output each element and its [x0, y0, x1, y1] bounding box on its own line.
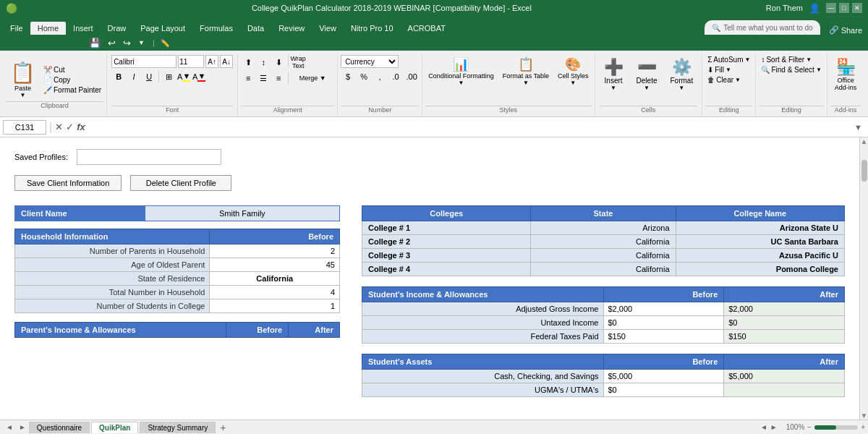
fill-dropdown[interactable]: ▼	[726, 67, 731, 73]
qat-more[interactable]: ▼	[136, 39, 147, 46]
tab-nitro[interactable]: Nitro Pro 10	[344, 22, 401, 35]
client-name-value-cell[interactable]: Smith Family	[145, 206, 339, 221]
maximize-button[interactable]: □	[839, 3, 849, 13]
scrollbar-thumb[interactable]	[861, 160, 867, 182]
zoom-in[interactable]: +	[861, 423, 865, 431]
tab-file[interactable]: File	[3, 22, 30, 35]
find-select-button[interactable]: 🔍 Find & Select ▼	[759, 65, 823, 75]
tab-view[interactable]: View	[312, 22, 344, 35]
hh-row-1-before[interactable]: 45	[210, 258, 340, 272]
tab-acrobat[interactable]: ACROBAT	[401, 22, 453, 35]
confirm-formula-icon[interactable]: ✓	[66, 122, 74, 132]
autosum-dropdown[interactable]: ▼	[744, 56, 750, 63]
font-size-input[interactable]	[178, 55, 204, 68]
saved-profiles-input[interactable]	[77, 149, 221, 165]
percent-button[interactable]: %	[357, 69, 371, 84]
align-left[interactable]: ≡	[241, 71, 255, 85]
find-dropdown[interactable]: ▼	[816, 67, 822, 73]
insert-dropdown[interactable]: ▼	[610, 85, 616, 91]
close-button[interactable]: ✕	[852, 3, 862, 13]
align-center[interactable]: ☰	[256, 71, 271, 85]
sheet-tab-quikplan[interactable]: QuikPlan	[91, 422, 138, 433]
office-addins-button[interactable]: 🏪 Office Add-ins	[830, 55, 861, 94]
clear-dropdown[interactable]: ▼	[735, 77, 741, 83]
tab-insert[interactable]: Insert	[66, 22, 101, 35]
scroll-down-arrow[interactable]: ▼	[861, 412, 868, 420]
paste-dropdown-icon[interactable]: ▼	[20, 92, 26, 98]
untaxed-before[interactable]: $0	[603, 316, 724, 330]
delete-dropdown[interactable]: ▼	[644, 85, 650, 91]
agi-before[interactable]: $2,000	[603, 302, 724, 316]
increase-decimal[interactable]: .00	[404, 69, 419, 84]
font-name-input[interactable]	[111, 55, 176, 68]
tab-home[interactable]: Home	[30, 22, 66, 35]
sort-dropdown[interactable]: ▼	[806, 56, 812, 63]
customize-qat[interactable]: ✏️	[161, 39, 169, 47]
format-button[interactable]: ⚙️ Format ▼	[665, 55, 697, 104]
tab-review[interactable]: Review	[271, 22, 312, 35]
zoom-out[interactable]: −	[807, 423, 812, 431]
fill-button[interactable]: ⬇ Fill ▼	[705, 65, 752, 75]
insert-function-icon[interactable]: fx	[77, 122, 85, 132]
window-controls[interactable]: — □ ✕	[826, 3, 862, 13]
insert-button[interactable]: ➕ Insert ▼	[600, 55, 628, 104]
tab-formulas[interactable]: Formulas	[192, 22, 240, 35]
clear-button[interactable]: 🗑 Clear ▼	[705, 75, 752, 85]
college-1-state[interactable]: Arizona	[531, 221, 676, 235]
conditional-dropdown[interactable]: ▼	[458, 80, 464, 86]
tab-nav-next[interactable]: ►	[16, 423, 29, 431]
hh-row-4-before[interactable]: 1	[210, 299, 340, 313]
cash-before[interactable]: $5,000	[603, 370, 724, 383]
hh-row-0-before[interactable]: 2	[210, 244, 340, 258]
cancel-formula-icon[interactable]: ✕	[55, 122, 63, 132]
align-bottom[interactable]: ⬇	[271, 55, 286, 69]
college-2-name[interactable]: UC Santa Barbara	[676, 235, 844, 249]
search-bar[interactable]: 🔍 Tell me what you want to do	[705, 20, 820, 35]
comma-button[interactable]: ,	[373, 69, 387, 84]
scroll-sheets-right[interactable]: ►	[770, 423, 778, 431]
college-3-name[interactable]: Azusa Pacific U	[676, 249, 844, 263]
delete-button[interactable]: ➖ Delete ▼	[632, 55, 662, 104]
minimize-button[interactable]: —	[826, 3, 836, 13]
italic-button[interactable]: I	[127, 69, 141, 84]
taxes-before[interactable]: $150	[603, 330, 724, 344]
table-dropdown[interactable]: ▼	[523, 80, 529, 86]
tab-page-layout[interactable]: Page Layout	[133, 22, 192, 35]
scroll-up-arrow[interactable]: ▲	[861, 137, 868, 145]
tab-nav-prev[interactable]: ◄	[3, 423, 16, 431]
qat-save[interactable]: 💾	[87, 38, 103, 48]
wrap-text-button[interactable]: Wrap Text	[291, 55, 305, 69]
ugma-before[interactable]: $0	[603, 383, 724, 397]
font-color-button[interactable]: A▼	[192, 69, 206, 84]
vertical-scrollbar[interactable]: ▲ ▼	[859, 137, 868, 420]
merge-center-button[interactable]: Merge ▼	[291, 71, 334, 85]
cell-styles-button[interactable]: 🎨 Cell Styles ▼	[555, 55, 592, 88]
college-4-name[interactable]: Pomona College	[676, 263, 844, 276]
decrease-font-size[interactable]: A↓	[220, 55, 233, 68]
align-right[interactable]: ≡	[271, 71, 286, 85]
untaxed-after[interactable]: $0	[724, 316, 845, 330]
taxes-after[interactable]: $150	[724, 330, 845, 344]
fill-color-button[interactable]: A▼	[176, 69, 191, 84]
hh-row-2-before[interactable]: California	[210, 272, 340, 286]
cut-button[interactable]: ✂️ Cut	[41, 65, 103, 75]
paste-button[interactable]: 📋 Paste ▼	[6, 59, 40, 100]
sheet-tab-strategy[interactable]: Strategy Summary	[140, 422, 216, 433]
qat-redo[interactable]: ↪	[121, 38, 133, 48]
college-4-state[interactable]: California	[531, 263, 676, 276]
delete-client-button[interactable]: Delete Client Profile	[130, 175, 231, 191]
ugma-after[interactable]	[724, 383, 845, 397]
border-button[interactable]: ⊞	[161, 69, 176, 84]
qat-undo[interactable]: ↩	[106, 38, 118, 48]
college-2-state[interactable]: California	[531, 235, 676, 249]
tab-data[interactable]: Data	[240, 22, 271, 35]
sort-filter-button[interactable]: ↕ Sort & Filter ▼	[759, 55, 823, 64]
sheet-tab-questionnaire[interactable]: Questionnaire	[29, 422, 90, 433]
autosum-button[interactable]: Σ AutoSum ▼	[705, 55, 752, 64]
hh-row-3-before[interactable]: 4	[210, 286, 340, 299]
copy-button[interactable]: 📄 Copy	[41, 75, 103, 85]
increase-font-size[interactable]: A↑	[205, 55, 218, 68]
number-format-select[interactable]: Currency	[341, 55, 399, 68]
cell-styles-dropdown[interactable]: ▼	[570, 80, 576, 86]
tab-draw[interactable]: Draw	[101, 22, 134, 35]
